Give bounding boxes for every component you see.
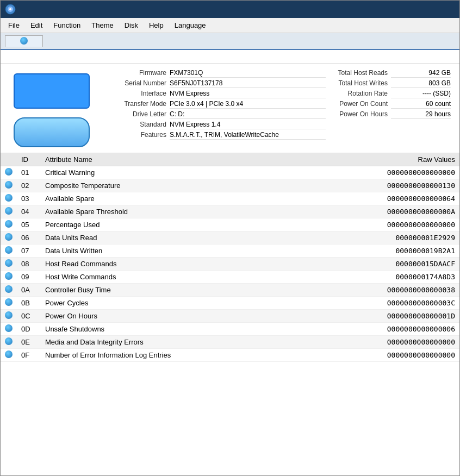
row-id: 0A	[17, 284, 41, 297]
row-name: Power Cycles	[41, 297, 307, 310]
row-name: Host Write Commands	[41, 271, 307, 284]
row-raw: 0000000000000000	[307, 166, 459, 179]
stat-row: Total Host Reads942 GB	[331, 69, 451, 78]
table-row[interactable]: 0C Power On Hours 000000000000001D	[1, 310, 459, 323]
row-dot	[1, 323, 17, 336]
spec-row: FirmwareFXM7301Q	[99, 69, 326, 78]
row-id: 0C	[17, 310, 41, 323]
table-row[interactable]: 09 Host Write Commands 0000000174A8D3	[1, 271, 459, 284]
table-row[interactable]: 08 Host Read Commands 000000015DAACF	[1, 258, 459, 271]
specs-panel: FirmwareFXM7301QSerial NumberS6F5NJ0T137…	[99, 69, 326, 147]
info-section: FirmwareFXM7301QSerial NumberS6F5NJ0T137…	[1, 64, 459, 153]
close-button[interactable]	[439, 4, 455, 15]
stat-label: Total Host Writes	[331, 79, 391, 87]
row-dot	[1, 271, 17, 284]
menu-theme[interactable]: Theme	[86, 19, 119, 32]
drive-tab-c[interactable]	[5, 35, 43, 47]
table-row[interactable]: 0D Unsafe Shutdowns 0000000000000006	[1, 323, 459, 336]
row-id: 02	[17, 179, 41, 192]
row-name: Composite Temperature	[41, 179, 307, 192]
stat-label: Power On Hours	[331, 110, 391, 118]
table-row[interactable]: 0B Power Cycles 000000000000003C	[1, 297, 459, 310]
row-raw: 000000000000003C	[307, 297, 459, 310]
row-id: 0E	[17, 336, 41, 349]
spec-value: S.M.A.R.T., TRIM, VolatileWriteCache	[170, 131, 326, 140]
row-raw: 0000000000000038	[307, 284, 459, 297]
menu-help[interactable]: Help	[144, 19, 169, 32]
left-panel	[9, 69, 94, 147]
spec-label: Drive Letter	[99, 110, 170, 118]
row-dot	[1, 284, 17, 297]
row-name: Available Spare Threshold	[41, 205, 307, 218]
stat-value: 803 GB	[391, 79, 451, 88]
row-raw: 000000000000001D	[307, 310, 459, 323]
spec-value: C: D:	[170, 110, 326, 119]
table-row[interactable]: 03 Available Spare 0000000000000064	[1, 192, 459, 205]
row-name: Available Spare	[41, 192, 307, 205]
spec-row: FeaturesS.M.A.R.T., TRIM, VolatileWriteC…	[99, 131, 326, 140]
row-name: Power On Hours	[41, 310, 307, 323]
row-id: 06	[17, 231, 41, 245]
stat-label: Power On Count	[331, 100, 391, 108]
col-name: Attribute Name	[41, 153, 307, 166]
col-id: ID	[17, 153, 41, 166]
stat-value: 942 GB	[391, 69, 451, 78]
stat-row: Rotation Rate---- (SSD)	[331, 90, 451, 98]
spec-row: Transfer ModePCIe 3.0 x4 | PCIe 3.0 x4	[99, 100, 326, 109]
minimize-button[interactable]	[402, 4, 418, 15]
table-row[interactable]: 01 Critical Warning 0000000000000000	[1, 166, 459, 179]
menu-file[interactable]: File	[3, 19, 25, 32]
stats-panel: Total Host Reads942 GBTotal Host Writes8…	[331, 69, 451, 147]
window-controls	[402, 4, 455, 15]
row-dot	[1, 231, 17, 245]
main-content: FirmwareFXM7301QSerial NumberS6F5NJ0T137…	[1, 50, 459, 475]
row-dot	[1, 218, 17, 231]
stat-row: Total Host Writes803 GB	[331, 79, 451, 88]
menu-edit[interactable]: Edit	[25, 19, 48, 32]
spec-row: Drive LetterC: D:	[99, 110, 326, 119]
table-header-row: ID Attribute Name Raw Values	[1, 153, 459, 166]
row-id: 09	[17, 271, 41, 284]
row-dot	[1, 245, 17, 258]
title-bar	[1, 1, 459, 18]
spec-label: Transfer Mode	[99, 100, 170, 108]
table-row[interactable]: 0E Media and Data Integrity Errors 00000…	[1, 336, 459, 349]
row-raw: 000000001E2929	[307, 231, 459, 245]
row-dot	[1, 349, 17, 362]
menu-disk[interactable]: Disk	[119, 19, 144, 32]
spec-value: PCIe 3.0 x4 | PCIe 3.0 x4	[170, 100, 326, 109]
stat-value: ---- (SSD)	[391, 90, 451, 98]
stat-value: 29 hours	[391, 110, 451, 119]
stat-row: Power On Count60 count	[331, 100, 451, 109]
table-row[interactable]: 05 Percentage Used 0000000000000000	[1, 218, 459, 231]
maximize-button[interactable]	[420, 4, 437, 15]
col-raw: Raw Values	[307, 153, 459, 166]
table-row[interactable]: 06 Data Units Read 000000001E2929	[1, 231, 459, 245]
spec-row: InterfaceNVM Express	[99, 90, 326, 98]
stat-label: Rotation Rate	[331, 90, 391, 97]
row-raw: 0000000000000000	[307, 218, 459, 231]
menu-language[interactable]: Language	[169, 19, 212, 32]
attribute-table-container[interactable]: ID Attribute Name Raw Values 01 Critical…	[1, 153, 459, 475]
row-dot	[1, 297, 17, 310]
spec-row: Serial NumberS6F5NJ0T137178	[99, 79, 326, 88]
row-name: Data Units Written	[41, 245, 307, 258]
stat-value: 60 count	[391, 100, 451, 109]
row-raw: 0000000000000000	[307, 349, 459, 362]
table-row[interactable]: 07 Data Units Written 0000000019B2A1	[1, 245, 459, 258]
table-row[interactable]: 02 Composite Temperature 000000000000013…	[1, 179, 459, 192]
table-row[interactable]: 04 Available Spare Threshold 00000000000…	[1, 205, 459, 218]
health-box	[14, 73, 90, 109]
menu-function[interactable]: Function	[48, 19, 86, 32]
row-dot	[1, 179, 17, 192]
table-row[interactable]: 0F Number of Error Information Log Entri…	[1, 349, 459, 362]
spec-label: Standard	[99, 121, 170, 128]
table-row[interactable]: 0A Controller Busy Time 0000000000000038	[1, 284, 459, 297]
row-dot	[1, 258, 17, 271]
row-raw: 0000000000000130	[307, 179, 459, 192]
spec-row: StandardNVM Express 1.4	[99, 121, 326, 129]
row-id: 03	[17, 192, 41, 205]
attribute-table: ID Attribute Name Raw Values 01 Critical…	[1, 153, 459, 362]
row-id: 07	[17, 245, 41, 258]
drive-title	[1, 50, 459, 64]
